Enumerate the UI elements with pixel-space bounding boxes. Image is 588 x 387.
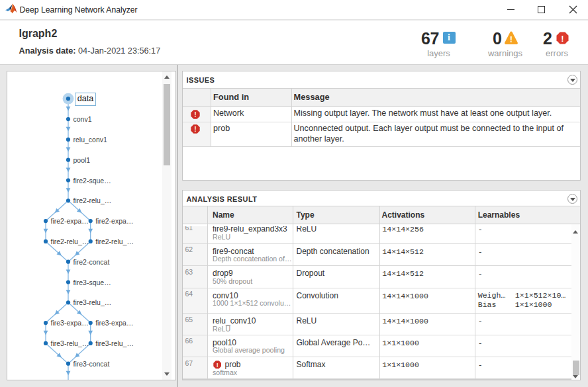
svg-text:fire2-expa…: fire2-expa… <box>95 217 133 225</box>
svg-text:pool1: pool1 <box>74 156 91 164</box>
svg-text:data: data <box>77 94 93 103</box>
svg-text:!: ! <box>195 126 197 133</box>
svg-text:fire2-relu_…: fire2-relu_… <box>51 237 89 245</box>
svg-text:!: ! <box>216 362 218 368</box>
svg-text:!: ! <box>509 34 512 44</box>
svg-text:!: ! <box>195 110 197 118</box>
svg-text:fire3-expa…: fire3-expa… <box>51 319 89 327</box>
svg-text:fire3-relu_…: fire3-relu_… <box>95 339 134 347</box>
svg-text:fire3-concat: fire3-concat <box>74 360 110 368</box>
svg-text:fire2-sque…: fire2-sque… <box>74 177 111 185</box>
svg-text:fire2-relu_…: fire2-relu_… <box>95 237 134 245</box>
svg-text:!: ! <box>561 34 564 44</box>
svg-text:fire3-expa…: fire3-expa… <box>95 319 133 327</box>
svg-text:fire2-relu_…: fire2-relu_… <box>74 196 112 204</box>
svg-text:fire2-concat: fire2-concat <box>74 258 110 266</box>
svg-text:fire3-relu_…: fire3-relu_… <box>51 339 89 347</box>
svg-text:fire2-expa…: fire2-expa… <box>51 217 89 225</box>
svg-text:conv1: conv1 <box>74 115 92 123</box>
svg-text:fire3-relu_…: fire3-relu_… <box>74 298 112 306</box>
svg-text:relu_conv1: relu_conv1 <box>74 136 108 144</box>
svg-text:fire3-sque…: fire3-sque… <box>74 279 111 286</box>
